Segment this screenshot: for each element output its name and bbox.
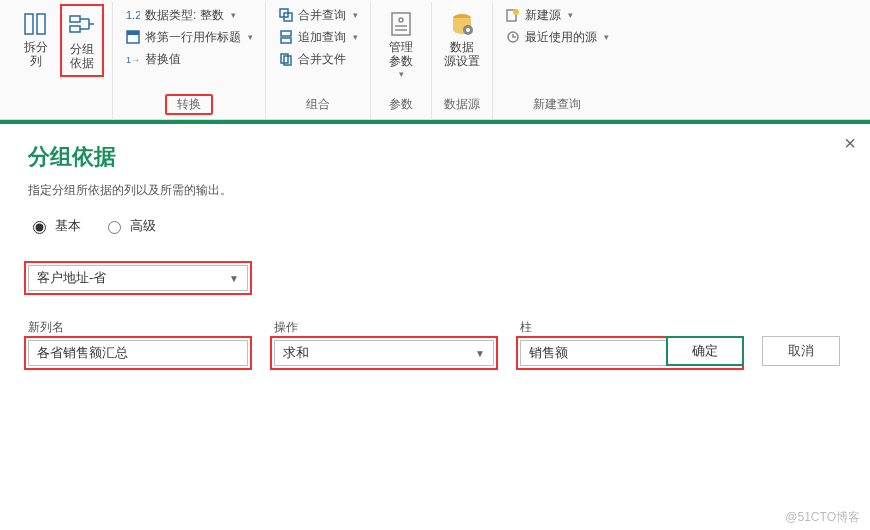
new-source-label: 新建源 — [525, 7, 561, 24]
data-source-settings-label: 数据 源设置 — [444, 40, 480, 69]
data-source-settings-button[interactable]: 数据 源设置 — [440, 4, 484, 73]
radio-advanced-input[interactable] — [108, 221, 121, 234]
group-column-value: 客户地址-省 — [37, 269, 106, 287]
svg-rect-3 — [70, 26, 80, 32]
dialog-title: 分组依据 — [28, 142, 842, 172]
data-type-icon: 1.2 — [125, 7, 141, 23]
mode-radio-group: 基本 高级 — [28, 217, 842, 235]
new-column-label: 新列名 — [28, 319, 248, 336]
svg-rect-2 — [70, 16, 80, 22]
dialog-button-row: 确定 取消 — [666, 336, 840, 366]
split-column-label: 拆分 列 — [24, 40, 48, 69]
svg-rect-11 — [281, 38, 291, 43]
svg-point-20 — [466, 28, 470, 32]
datasource-group-caption: 数据源 — [444, 92, 480, 119]
svg-rect-14 — [392, 13, 410, 35]
newquery-group-caption: 新建查询 — [533, 92, 581, 119]
merge-queries-button[interactable]: 合并查询 — [274, 4, 362, 26]
new-column-value: 各省销售额汇总 — [37, 344, 128, 362]
new-source-button[interactable]: 新建源 — [501, 4, 577, 26]
merge-files-icon — [278, 51, 294, 67]
cancel-button-label: 取消 — [788, 342, 814, 360]
merge-files-button[interactable]: 合并文件 — [274, 48, 350, 70]
operation-label: 操作 — [274, 319, 494, 336]
group-by-icon — [66, 10, 98, 42]
table-header-icon — [125, 29, 141, 45]
append-queries-button[interactable]: 追加查询 — [274, 26, 362, 48]
svg-point-15 — [399, 18, 403, 22]
svg-text:1.2: 1.2 — [126, 9, 140, 21]
merge-queries-icon — [278, 7, 294, 23]
svg-rect-0 — [25, 14, 33, 34]
group-by-button[interactable]: 分组 依据 — [60, 4, 104, 77]
svg-rect-10 — [281, 31, 291, 36]
dialog-description: 指定分组所依据的列以及所需的输出。 — [28, 182, 842, 199]
chevron-down-icon: ▼ — [475, 348, 485, 359]
recent-sources-icon — [505, 29, 521, 45]
group-by-label: 分组 依据 — [70, 42, 94, 71]
replace-values-icon: 1→2 — [125, 51, 141, 67]
merge-queries-label: 合并查询 — [298, 7, 346, 24]
radio-basic-input[interactable] — [33, 221, 46, 234]
new-column-input[interactable]: 各省销售额汇总 — [28, 340, 248, 366]
merge-files-label: 合并文件 — [298, 51, 346, 68]
operation-combo[interactable]: 求和 ▼ — [274, 340, 494, 366]
svg-rect-1 — [37, 14, 45, 34]
column-value: 销售额 — [529, 344, 568, 362]
group-column-combo[interactable]: 客户地址-省 ▼ — [28, 265, 248, 291]
chevron-down-icon: ▼ — [229, 273, 239, 284]
replace-values-button[interactable]: 1→2 替换值 — [121, 48, 185, 70]
radio-basic-label: 基本 — [55, 217, 81, 235]
append-queries-icon — [278, 29, 294, 45]
manage-parameters-label: 管理 参数 — [389, 40, 413, 69]
split-column-icon — [20, 8, 52, 40]
ok-button-label: 确定 — [692, 342, 718, 360]
watermark: @51CTO博客 — [785, 509, 860, 526]
params-group-caption: 参数 — [389, 92, 413, 119]
parameters-icon — [385, 8, 417, 40]
svg-point-22 — [513, 9, 519, 15]
column-label: 柱 — [520, 319, 740, 336]
data-type-button[interactable]: 1.2 数据类型: 整数 — [121, 4, 240, 26]
combine-group-caption: 组合 — [306, 92, 330, 119]
new-source-icon — [505, 7, 521, 23]
append-queries-label: 追加查询 — [298, 29, 346, 46]
svg-text:1→2: 1→2 — [126, 55, 140, 65]
transform-group-caption: 转换 — [165, 94, 213, 115]
manage-parameters-button[interactable]: 管理 参数 ▾ — [379, 4, 423, 84]
use-first-row-button[interactable]: 将第一行用作标题 — [121, 26, 257, 48]
radio-advanced[interactable]: 高级 — [103, 217, 156, 235]
radio-basic[interactable]: 基本 — [28, 217, 81, 235]
split-column-button[interactable]: 拆分 列 — [14, 4, 58, 73]
data-source-icon — [446, 8, 478, 40]
data-type-label: 数据类型: 整数 — [145, 7, 224, 24]
recent-sources-label: 最近使用的源 — [525, 29, 597, 46]
ok-button[interactable]: 确定 — [666, 336, 744, 366]
recent-sources-button[interactable]: 最近使用的源 — [501, 26, 613, 48]
ribbon: 拆分 列 分组 依据 x 1.2 数据类型: 整数 将第一行用作标题 1→2 — [0, 0, 870, 120]
dialog-close-button[interactable]: × — [844, 132, 856, 155]
cancel-button[interactable]: 取消 — [762, 336, 840, 366]
replace-values-label: 替换值 — [145, 51, 181, 68]
group-by-dialog: × 分组依据 指定分组所依据的列以及所需的输出。 基本 高级 客户地址-省 ▼ … — [0, 124, 870, 384]
use-first-row-label: 将第一行用作标题 — [145, 29, 241, 46]
radio-advanced-label: 高级 — [130, 217, 156, 235]
operation-value: 求和 — [283, 344, 309, 362]
